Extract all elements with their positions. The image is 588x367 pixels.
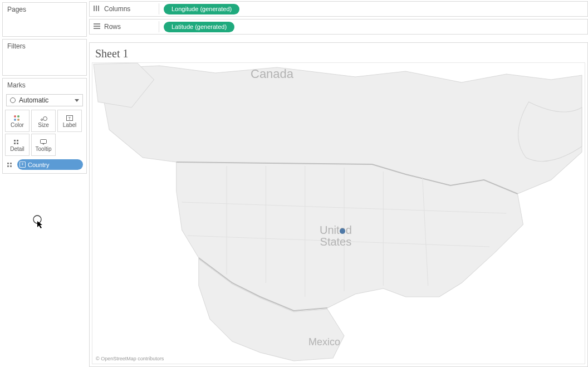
label-icon: T bbox=[66, 114, 74, 122]
marks-color-label: Color bbox=[11, 122, 24, 128]
longitude-pill-label: Longitude (generated) bbox=[171, 6, 232, 12]
map-label-us-line2: States bbox=[320, 236, 352, 248]
rows-icon bbox=[93, 23, 101, 31]
mark-type-dropdown[interactable]: Automatic bbox=[6, 94, 83, 106]
svg-rect-11 bbox=[17, 143, 18, 144]
mark-type-label: Automatic bbox=[19, 96, 48, 104]
svg-rect-16 bbox=[10, 165, 12, 167]
svg-rect-12 bbox=[41, 139, 47, 143]
divider bbox=[159, 3, 159, 14]
svg-rect-10 bbox=[14, 143, 16, 144]
size-icon bbox=[39, 114, 48, 122]
latitude-pill-label: Latitude (generated) bbox=[171, 23, 227, 30]
svg-point-3 bbox=[17, 119, 19, 121]
marks-detail-button[interactable]: Detail bbox=[5, 134, 30, 156]
svg-rect-15 bbox=[7, 165, 9, 167]
svg-rect-8 bbox=[14, 140, 16, 141]
svg-rect-9 bbox=[17, 140, 18, 141]
map-view[interactable]: Canada United States Mexico © OpenStreet… bbox=[92, 62, 585, 364]
marks-color-button[interactable]: Color bbox=[5, 110, 30, 132]
map-label-canada: Canada bbox=[251, 67, 293, 80]
map-attribution: © OpenStreetMap contributors bbox=[96, 356, 164, 361]
sheet-area: Sheet 1 bbox=[89, 42, 588, 367]
detail-icon bbox=[13, 138, 21, 146]
latitude-pill[interactable]: Latitude (generated) bbox=[164, 22, 234, 32]
basemap bbox=[92, 63, 585, 364]
pages-title: Pages bbox=[3, 3, 86, 16]
map-label-us: United States bbox=[320, 224, 352, 248]
columns-shelf[interactable]: Columns Longitude (generated) bbox=[89, 1, 588, 17]
filters-shelf[interactable]: Filters bbox=[2, 39, 87, 76]
rows-shelf[interactable]: Rows Latitude (generated) bbox=[89, 19, 588, 35]
country-pill-label: Country bbox=[28, 162, 50, 168]
country-pill[interactable]: + Country bbox=[17, 159, 83, 170]
pages-shelf[interactable]: Pages bbox=[2, 2, 87, 37]
svg-point-4 bbox=[41, 119, 43, 120]
svg-rect-13 bbox=[7, 163, 9, 164]
marks-size-button[interactable]: Size bbox=[31, 110, 56, 132]
svg-text:T: T bbox=[68, 116, 71, 121]
svg-point-1 bbox=[17, 115, 19, 118]
map-label-mexico: Mexico bbox=[308, 337, 340, 348]
svg-point-2 bbox=[14, 119, 16, 121]
svg-rect-19 bbox=[96, 6, 97, 11]
marks-card: Marks Automatic Color bbox=[2, 78, 87, 174]
svg-rect-21 bbox=[94, 23, 100, 25]
svg-rect-22 bbox=[94, 26, 100, 27]
longitude-pill[interactable]: Longitude (generated) bbox=[164, 4, 239, 14]
detail-target-icon[interactable] bbox=[6, 160, 15, 169]
sheet-title[interactable]: Sheet 1 bbox=[90, 43, 587, 62]
color-icon bbox=[13, 114, 21, 122]
svg-rect-23 bbox=[94, 28, 100, 29]
svg-rect-20 bbox=[98, 6, 99, 11]
expand-icon: + bbox=[19, 162, 26, 168]
marks-tooltip-button[interactable]: Tooltip bbox=[31, 134, 56, 156]
tooltip-icon bbox=[40, 138, 47, 146]
divider bbox=[159, 21, 159, 32]
filters-title: Filters bbox=[3, 40, 86, 53]
marks-size-label: Size bbox=[38, 122, 48, 128]
columns-icon bbox=[93, 5, 101, 13]
chevron-down-icon bbox=[75, 99, 79, 102]
svg-rect-18 bbox=[94, 6, 95, 11]
rows-label: Rows bbox=[104, 23, 121, 31]
marks-title: Marks bbox=[3, 79, 86, 92]
marks-tooltip-label: Tooltip bbox=[36, 146, 52, 152]
svg-rect-14 bbox=[10, 163, 12, 164]
marks-label-lbl: Label bbox=[63, 122, 76, 128]
circle-icon bbox=[10, 97, 16, 103]
svg-point-0 bbox=[14, 115, 16, 118]
marks-detail-label: Detail bbox=[10, 146, 24, 152]
columns-label: Columns bbox=[104, 5, 130, 13]
data-point-us[interactable] bbox=[340, 228, 345, 234]
map-label-us-line1: United bbox=[320, 224, 352, 236]
svg-point-5 bbox=[43, 116, 47, 120]
marks-label-button[interactable]: T Label bbox=[57, 110, 82, 132]
